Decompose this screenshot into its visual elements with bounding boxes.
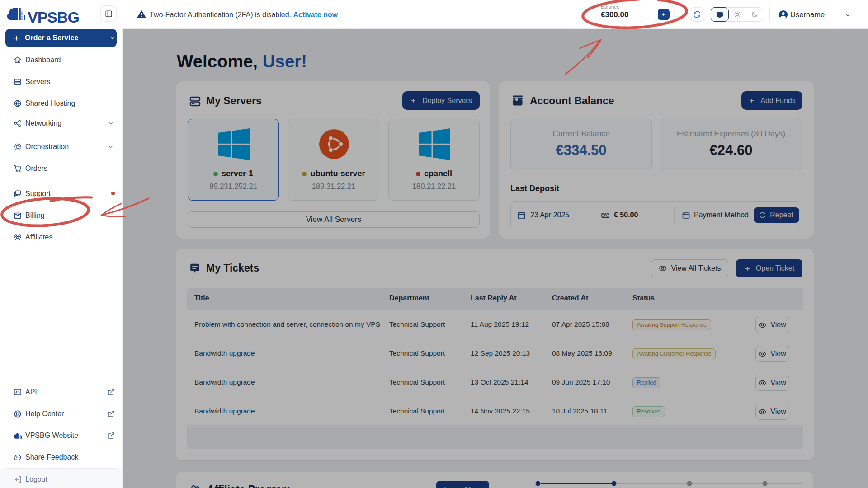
svg-text:VPSBG: VPSBG (28, 9, 79, 25)
